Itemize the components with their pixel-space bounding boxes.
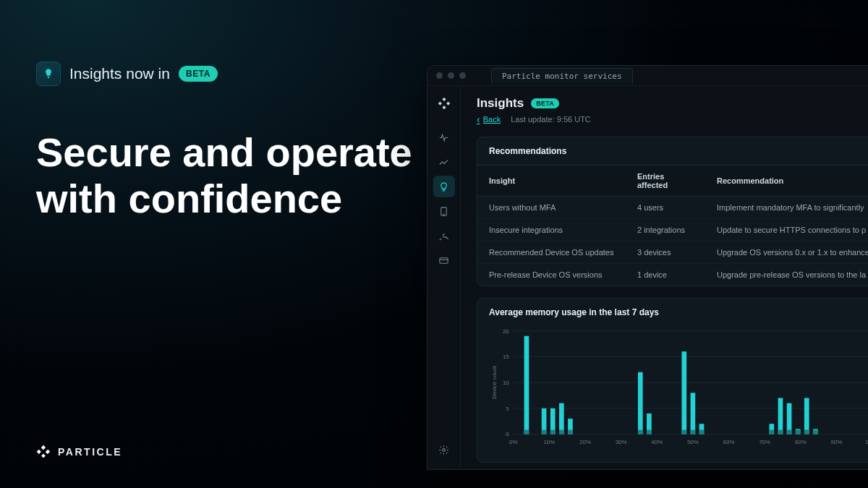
svg-rect-44 [699, 430, 705, 435]
sidebar-logo[interactable] [434, 93, 454, 114]
cell-reco: Upgrade pre-release OS versions to the l… [705, 264, 868, 286]
window-control-max[interactable] [459, 72, 466, 79]
svg-rect-52 [796, 430, 801, 435]
svg-text:0%: 0% [509, 439, 517, 445]
svg-rect-1 [440, 257, 448, 263]
beta-badge: BETA [179, 66, 218, 82]
svg-text:10: 10 [503, 380, 509, 386]
svg-text:10%: 10% [543, 439, 555, 445]
sidebar-item-tools[interactable] [433, 225, 455, 247]
svg-text:70%: 70% [759, 439, 770, 445]
cell-insight: Recommended Device OS updates [477, 241, 626, 264]
brand-footer: PARTICLE [36, 445, 122, 459]
svg-text:15: 15 [503, 354, 509, 360]
svg-rect-42 [691, 430, 696, 435]
svg-rect-50 [787, 430, 792, 435]
col-entries: Entries affected [626, 166, 705, 197]
cell-insight: Pre-release Device OS versions [477, 264, 626, 286]
svg-rect-25 [524, 336, 529, 435]
svg-text:40%: 40% [651, 439, 663, 445]
gear-icon [438, 445, 449, 455]
recommendations-table: Insight Entries affected Recommendation … [477, 165, 868, 286]
sidebar-item-devices[interactable] [433, 200, 455, 222]
svg-text:30%: 30% [616, 439, 627, 445]
svg-rect-38 [647, 430, 652, 435]
promo-headline: Secure and operate with confidence [36, 129, 412, 223]
cell-insight: Users without MFA [477, 197, 626, 219]
cell-entries: 2 integrations [626, 219, 705, 241]
svg-rect-35 [638, 372, 643, 435]
svg-rect-53 [804, 398, 809, 434]
app-window: Particle monitor services [427, 65, 868, 470]
sidebar-item-vitals[interactable] [433, 127, 455, 148]
svg-text:50%: 50% [687, 439, 699, 445]
svg-rect-32 [559, 430, 564, 435]
svg-rect-47 [778, 398, 783, 434]
cell-entries: 4 users [626, 197, 705, 219]
table-row[interactable]: Insecure integrations2 integrationsUpdat… [477, 219, 868, 241]
device-icon [438, 206, 449, 217]
recommendations-title: Recommendations [477, 137, 868, 165]
promo-strip-title: Insights now in [69, 65, 170, 82]
svg-text:60%: 60% [723, 439, 735, 445]
svg-text:20%: 20% [579, 439, 591, 445]
sidebar-item-billing[interactable] [433, 249, 455, 271]
recommendations-panel: Recommendations Insight Entries affected… [477, 137, 868, 286]
svg-rect-28 [542, 430, 547, 435]
svg-text:5: 5 [506, 406, 509, 412]
svg-text:0: 0 [506, 431, 509, 437]
svg-rect-54 [804, 430, 809, 435]
chart-panel: Average memory usage in the last 7 days … [477, 298, 868, 463]
cell-entries: 3 devices [626, 241, 705, 264]
last-update: Last update: 9:56 UTC [511, 115, 591, 124]
svg-text:100%: 100% [865, 439, 868, 445]
brand-name: PARTICLE [58, 446, 122, 458]
svg-text:Device count: Device count [491, 365, 498, 399]
page-beta-badge: BETA [531, 98, 559, 108]
svg-rect-41 [691, 393, 696, 434]
svg-rect-46 [770, 430, 775, 435]
sidebar [427, 86, 461, 469]
table-row[interactable]: Pre-release Device OS versions1 deviceUp… [477, 264, 868, 286]
cell-reco: Update to secure HTTPS connections to p [705, 219, 868, 241]
col-reco: Recommendation [705, 166, 868, 197]
table-row[interactable]: Recommended Device OS updates3 devicesUp… [477, 241, 868, 264]
svg-rect-48 [778, 430, 783, 435]
particle-logo-icon [36, 445, 51, 459]
cell-entries: 1 device [626, 264, 705, 286]
window-control-close[interactable] [436, 72, 443, 79]
back-link[interactable]: Back [477, 115, 501, 124]
cell-reco: Upgrade OS versions 0.x or 1.x to enhanc… [705, 241, 868, 264]
svg-rect-30 [550, 430, 556, 435]
memory-usage-chart: 05101520Device count0%10%20%30%40%50%60%… [489, 326, 868, 449]
cell-reco: Implement mandatory MFA to significantly [705, 197, 868, 219]
window-tab[interactable]: Particle monitor services [491, 68, 633, 84]
cell-insight: Insecure integrations [477, 219, 626, 241]
svg-rect-31 [559, 403, 564, 435]
activity-icon [438, 132, 449, 143]
lightbulb-icon [438, 181, 449, 192]
table-row[interactable]: Users without MFA4 usersImplement mandat… [477, 197, 868, 219]
col-insight: Insight [477, 166, 626, 197]
svg-rect-34 [568, 430, 573, 435]
sidebar-item-insights[interactable] [433, 176, 455, 197]
svg-rect-26 [524, 430, 529, 435]
card-icon [438, 255, 449, 266]
sidebar-item-settings[interactable] [433, 439, 455, 461]
svg-text:90%: 90% [830, 439, 842, 445]
window-titlebar: Particle monitor services [427, 66, 868, 86]
trend-icon [438, 157, 449, 168]
svg-rect-36 [638, 430, 643, 435]
svg-rect-56 [813, 430, 818, 435]
window-control-min[interactable] [448, 72, 454, 79]
sidebar-item-trends[interactable] [433, 151, 455, 173]
svg-point-2 [443, 448, 446, 451]
svg-rect-40 [681, 430, 686, 435]
svg-rect-39 [681, 351, 686, 434]
chart-title: Average memory usage in the last 7 days [477, 299, 868, 326]
svg-rect-49 [787, 403, 792, 435]
svg-text:80%: 80% [795, 439, 807, 445]
insights-icon [36, 61, 61, 86]
wrench-icon [438, 231, 449, 241]
page-title: Insights [477, 96, 524, 111]
